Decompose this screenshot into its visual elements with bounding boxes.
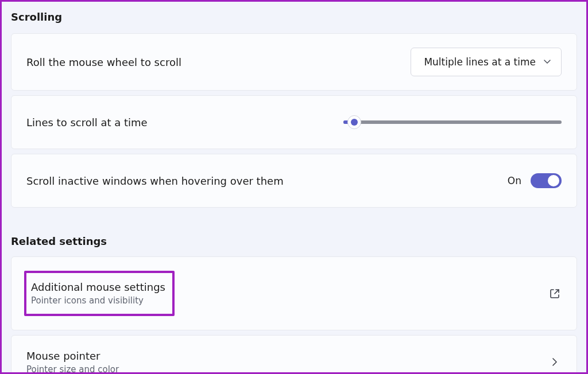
setting-roll-wheel: Roll the mouse wheel to scroll Multiple …: [11, 33, 577, 91]
lines-scroll-label: Lines to scroll at a time: [26, 116, 148, 128]
slider-thumb[interactable]: [347, 115, 361, 129]
roll-wheel-label: Roll the mouse wheel to scroll: [26, 56, 181, 68]
inactive-windows-label: Scroll inactive windows when hovering ov…: [26, 175, 284, 187]
chevron-down-icon: [544, 59, 551, 65]
inactive-windows-toggle[interactable]: [531, 173, 562, 188]
lines-scroll-slider[interactable]: [343, 120, 562, 124]
section-title-scrolling: Scrolling: [11, 11, 577, 23]
pointer-title: Mouse pointer: [26, 350, 119, 362]
setting-lines-scroll: Lines to scroll at a time: [11, 95, 577, 149]
slider-track: [343, 120, 562, 124]
section-title-related: Related settings: [11, 235, 577, 247]
link-additional-mouse-settings[interactable]: Additional mouse settings Pointer icons …: [11, 256, 577, 330]
toggle-knob: [548, 175, 559, 186]
setting-inactive-windows: Scroll inactive windows when hovering ov…: [11, 154, 577, 208]
link-mouse-pointer[interactable]: Mouse pointer Pointer size and color: [11, 335, 577, 374]
additional-title: Additional mouse settings: [31, 281, 165, 293]
inactive-windows-state-text: On: [508, 175, 521, 186]
external-link-icon: [548, 287, 562, 301]
pointer-subtitle: Pointer size and color: [26, 364, 119, 375]
roll-wheel-dropdown[interactable]: Multiple lines at a time: [411, 48, 562, 76]
highlight-annotation: Additional mouse settings Pointer icons …: [24, 271, 175, 316]
additional-subtitle: Pointer icons and visibility: [31, 295, 165, 306]
chevron-right-icon: [548, 355, 562, 369]
roll-wheel-dropdown-value: Multiple lines at a time: [424, 56, 536, 68]
